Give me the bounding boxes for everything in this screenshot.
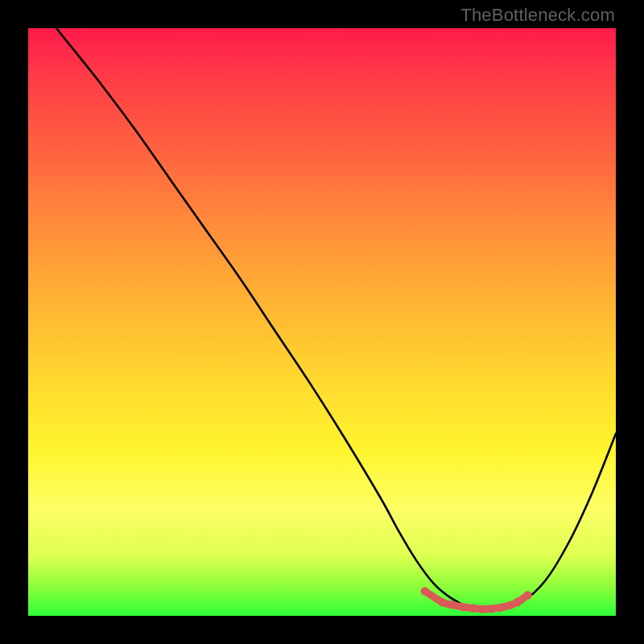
marker-dot [469, 604, 477, 612]
marker-dot [513, 598, 521, 606]
marker-dot [497, 604, 505, 612]
chart-frame: TheBottleneck.com [0, 0, 644, 644]
curve-svg [28, 28, 616, 616]
marker-dot [477, 605, 485, 613]
marker-dot [523, 591, 531, 599]
marker-dot [438, 598, 446, 606]
watermark-text: TheBottleneck.com [460, 5, 615, 26]
marker-dot [421, 587, 429, 595]
marker-dot [487, 605, 495, 613]
plot-area [28, 28, 616, 616]
marker-dot [447, 601, 455, 609]
marker-dot [459, 603, 467, 611]
bottleneck-curve [28, 28, 616, 610]
